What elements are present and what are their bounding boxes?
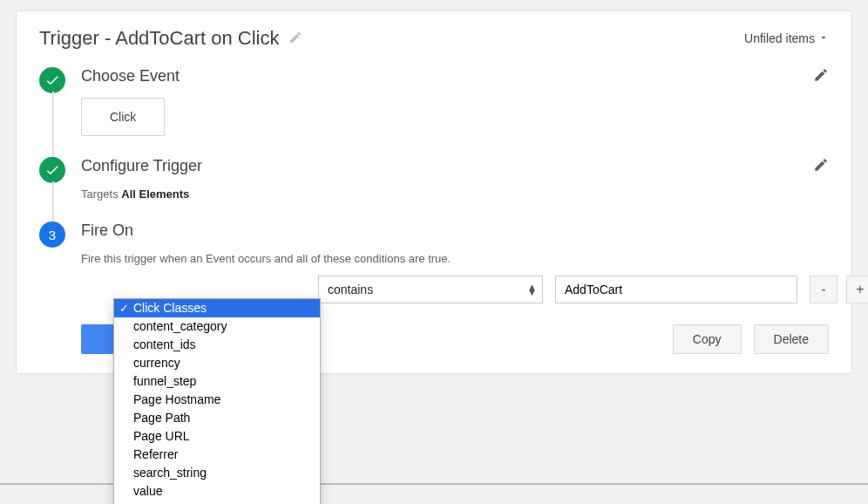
targets-prefix: Targets xyxy=(81,187,121,201)
copy-button[interactable]: Copy xyxy=(673,324,742,354)
dropdown-item[interactable]: Referrer xyxy=(114,446,320,464)
edit-step-icon[interactable] xyxy=(813,157,829,175)
dropdown-item[interactable]: content_category xyxy=(114,317,320,336)
step-badge-done xyxy=(39,67,65,93)
dropdown-item[interactable]: Click Classes xyxy=(114,299,320,317)
targets-line: Targets All Elements xyxy=(81,187,829,201)
chevron-down-icon xyxy=(818,31,829,45)
page-title: Trigger - AddToCart on Click xyxy=(39,27,280,50)
select-arrows-icon: ▲▼ xyxy=(527,284,537,295)
dropdown-item[interactable]: Page Path xyxy=(114,409,320,427)
dropdown-item[interactable]: value xyxy=(114,482,320,501)
variable-dropdown[interactable]: Click Classescontent_categorycontent_ids… xyxy=(113,298,321,504)
dropdown-item[interactable]: Page Hostname xyxy=(114,391,320,409)
operator-select[interactable]: contains ▲▼ xyxy=(318,276,543,303)
edit-title-icon[interactable] xyxy=(288,31,302,47)
step-choose-event: Choose Event Click xyxy=(81,67,829,157)
dropdown-item[interactable]: content_ids xyxy=(114,336,320,354)
row-buttons: - + xyxy=(810,276,868,303)
value-input[interactable] xyxy=(555,276,797,303)
menu-label: Unfiled items xyxy=(744,31,815,45)
delete-button[interactable]: Delete xyxy=(754,324,829,354)
step-number: 3 xyxy=(49,228,56,242)
dropdown-item[interactable]: funnel_step xyxy=(114,372,320,391)
step-title: Configure Trigger xyxy=(81,157,202,175)
step-badge-done xyxy=(39,157,65,183)
step-title: Choose Event xyxy=(81,67,180,85)
event-chip-click[interactable]: Click xyxy=(81,98,165,136)
dropdown-item[interactable]: search_string xyxy=(114,464,320,482)
add-condition-button[interactable]: + xyxy=(846,276,868,303)
remove-condition-button[interactable]: - xyxy=(810,276,837,303)
targets-value: All Elements xyxy=(121,187,189,201)
dropdown-item[interactable]: Page URL xyxy=(114,427,320,446)
edit-step-icon[interactable] xyxy=(813,67,829,85)
chip-label: Click xyxy=(110,110,136,124)
unfiled-items-menu[interactable]: Unfiled items xyxy=(744,31,829,45)
operator-value: contains xyxy=(328,283,373,296)
dropdown-item[interactable]: currency xyxy=(114,354,320,372)
step-title: Fire On xyxy=(81,221,133,240)
step-badge-active: 3 xyxy=(39,221,65,248)
step-configure-trigger: Configure Trigger Targets All Elements xyxy=(81,157,829,221)
card-header: Trigger - AddToCart on Click Unfiled ite… xyxy=(39,27,829,50)
title-wrap: Trigger - AddToCart on Click xyxy=(39,27,302,50)
help-text: Fire this trigger when an Event occurs a… xyxy=(81,252,829,265)
card-actions: Copy Delete xyxy=(673,324,829,354)
